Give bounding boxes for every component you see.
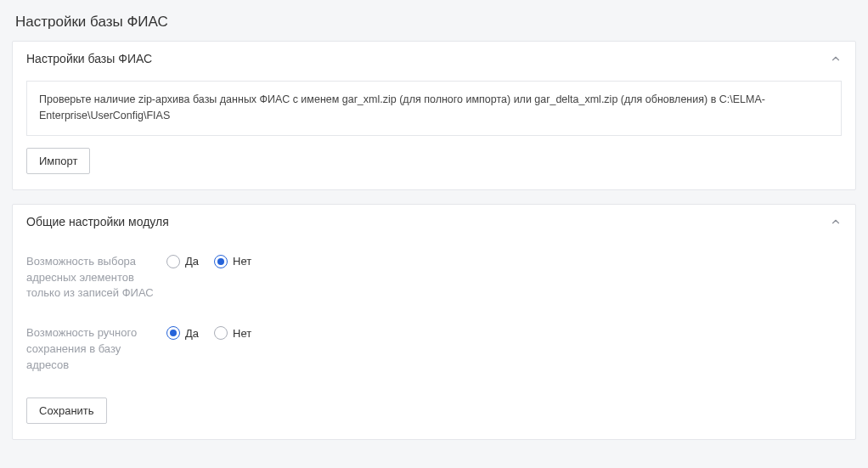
radio-group: Да Нет <box>166 254 251 268</box>
save-button[interactable]: Сохранить <box>26 398 107 424</box>
radio-icon <box>166 255 180 268</box>
radio-yes[interactable]: Да <box>166 255 199 268</box>
radio-icon <box>214 326 228 340</box>
module-settings-panel-title: Общие настройки модуля <box>26 215 169 228</box>
radio-icon-checked <box>166 326 180 340</box>
module-settings-panel-header[interactable]: Общие настройки модуля <box>13 205 855 239</box>
setting-manual-save: Возможность ручного сохранения в базу ад… <box>26 325 842 374</box>
info-box: Проверьте наличие zip-архива базы данных… <box>26 81 842 136</box>
import-button[interactable]: Импорт <box>26 148 90 174</box>
chevron-up-icon <box>830 53 842 65</box>
chevron-up-icon <box>830 216 842 228</box>
setting-fias-only-records: Возможность выбора адресных элементов то… <box>26 254 842 302</box>
fias-settings-panel-header[interactable]: Настройки базы ФИАС <box>13 42 855 76</box>
radio-group: Да Нет <box>166 325 251 340</box>
module-settings-panel: Общие настройки модуля Возможность выбор… <box>12 204 856 440</box>
radio-no[interactable]: Нет <box>214 255 251 268</box>
radio-icon-checked <box>214 255 228 268</box>
radio-label: Да <box>185 327 199 340</box>
page-title: Настройки базы ФИАС <box>12 10 856 41</box>
fias-settings-panel-title: Настройки базы ФИАС <box>26 52 152 65</box>
setting-label: Возможность ручного сохранения в базу ад… <box>26 325 166 374</box>
radio-label: Да <box>185 255 199 268</box>
radio-label: Нет <box>233 327 251 340</box>
radio-no[interactable]: Нет <box>214 326 251 340</box>
radio-yes[interactable]: Да <box>166 326 199 340</box>
fias-settings-panel: Настройки базы ФИАС Проверьте наличие zi… <box>12 41 856 190</box>
radio-label: Нет <box>233 255 251 268</box>
setting-label: Возможность выбора адресных элементов то… <box>26 254 166 302</box>
